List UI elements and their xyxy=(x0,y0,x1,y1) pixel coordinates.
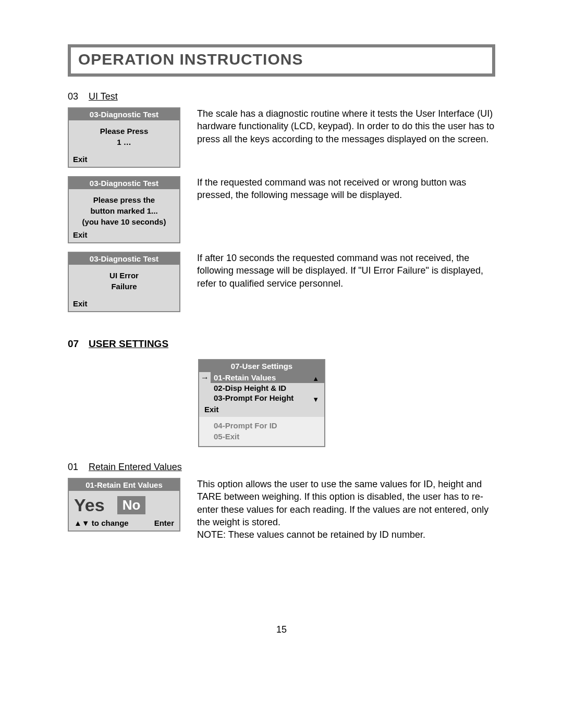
user-settings-menu-title: 07-User Settings xyxy=(199,360,324,372)
menu-exit: Exit xyxy=(199,403,324,417)
page-title-box: OPERATION INSTRUCTIONS xyxy=(68,44,495,77)
row-screen3: 03-Diagnostic Test UI Error Failure Exit… xyxy=(68,252,495,312)
scroll-down-icon: ▼ xyxy=(312,396,319,403)
diag-screen-3-body: UI Error Failure xyxy=(69,265,179,299)
diag-screen-3-line1: UI Error xyxy=(73,270,175,281)
diag-screen-1: 03-Diagnostic Test Please Press 1 … Exit xyxy=(68,107,180,168)
menu-arrow-icon: → xyxy=(199,372,211,383)
diag-screen-3-title: 03-Diagnostic Test xyxy=(69,253,179,265)
user-settings-menu: 07-User Settings ▲ → 01-Retain Values 02… xyxy=(198,359,325,447)
retain-body: Yes No xyxy=(69,491,179,519)
user-settings-menu-main: 07-User Settings ▲ → 01-Retain Values 02… xyxy=(199,360,324,417)
diag-screen-1-exit: Exit xyxy=(69,155,179,167)
diag-screen-2-title: 03-Diagnostic Test xyxy=(69,177,179,189)
desc-retain: This option allows the user to use the s… xyxy=(197,478,495,541)
section-03-label: UI Test xyxy=(89,91,118,102)
diag-screen-3-exit: Exit xyxy=(69,299,179,311)
page-title: OPERATION INSTRUCTIONS xyxy=(78,51,485,68)
retain-footer: ▲▼ to change Enter xyxy=(69,519,179,530)
scroll-up-icon: ▲ xyxy=(312,375,319,382)
retain-change: ▲▼ to change xyxy=(74,519,129,527)
diag-screen-2: 03-Diagnostic Test Please press the butt… xyxy=(68,176,180,243)
retain-screen: 01-Retain Ent Values Yes No ▲▼ to change… xyxy=(68,478,180,532)
section-07-label: USER SETTINGS xyxy=(89,338,168,350)
diag-screen-3-line2: Failure xyxy=(73,281,175,292)
diag-screen-2-body: Please press the button marked 1... (you… xyxy=(69,189,179,230)
menu-item-01: 01-Retain Values xyxy=(211,372,324,383)
section-07-num: 07 xyxy=(68,338,89,350)
diag-screen-2-line2: button marked 1... xyxy=(73,205,175,216)
diag-screen-1-title: 03-Diagnostic Test xyxy=(69,108,179,120)
menu-item-03: 03-Prompt For Height xyxy=(199,393,324,403)
desc-3: If after 10 seconds the requested comman… xyxy=(197,252,495,290)
desc-1: The scale has a diagnostic routine where… xyxy=(197,107,495,145)
section-01-num: 01 xyxy=(68,462,89,473)
menu-item-02: 02-Disp Height & ID xyxy=(199,383,324,393)
desc-2: If the requested command was not receive… xyxy=(197,176,495,202)
retain-screen-title: 01-Retain Ent Values xyxy=(69,479,179,491)
menu-item-04: 04-Prompt For ID xyxy=(214,420,321,431)
row-screen1: 03-Diagnostic Test Please Press 1 … Exit… xyxy=(68,107,495,168)
section-07-header: 07 USER SETTINGS xyxy=(68,338,495,350)
diag-screen-1-line1: Please Press xyxy=(73,126,175,137)
retain-no: No xyxy=(117,496,146,514)
diag-screen-3: 03-Diagnostic Test UI Error Failure Exit xyxy=(68,252,180,312)
section-01-header: 01 Retain Entered Values xyxy=(68,462,495,473)
row-retain: 01-Retain Ent Values Yes No ▲▼ to change… xyxy=(68,478,495,541)
row-screen2: 03-Diagnostic Test Please press the butt… xyxy=(68,176,495,243)
diag-screen-2-line3: (you have 10 seconds) xyxy=(73,216,175,227)
menu-selected-row: → 01-Retain Values xyxy=(199,372,324,383)
section-01-label: Retain Entered Values xyxy=(89,462,182,473)
menu-item-05: 05-Exit xyxy=(214,431,321,442)
diag-screen-1-body: Please Press 1 … xyxy=(69,120,179,155)
section-03-num: 03 xyxy=(68,91,89,102)
diag-screen-2-line1: Please press the xyxy=(73,194,175,205)
diag-screen-2-exit: Exit xyxy=(69,230,179,242)
page-number: 15 xyxy=(68,624,495,635)
section-03-header: 03 UI Test xyxy=(68,91,495,102)
user-settings-menu-extra: 04-Prompt For ID 05-Exit xyxy=(199,417,324,446)
diag-screen-1-line2: 1 … xyxy=(73,137,175,147)
retain-enter: Enter xyxy=(154,519,174,527)
retain-yes: Yes xyxy=(74,495,105,515)
